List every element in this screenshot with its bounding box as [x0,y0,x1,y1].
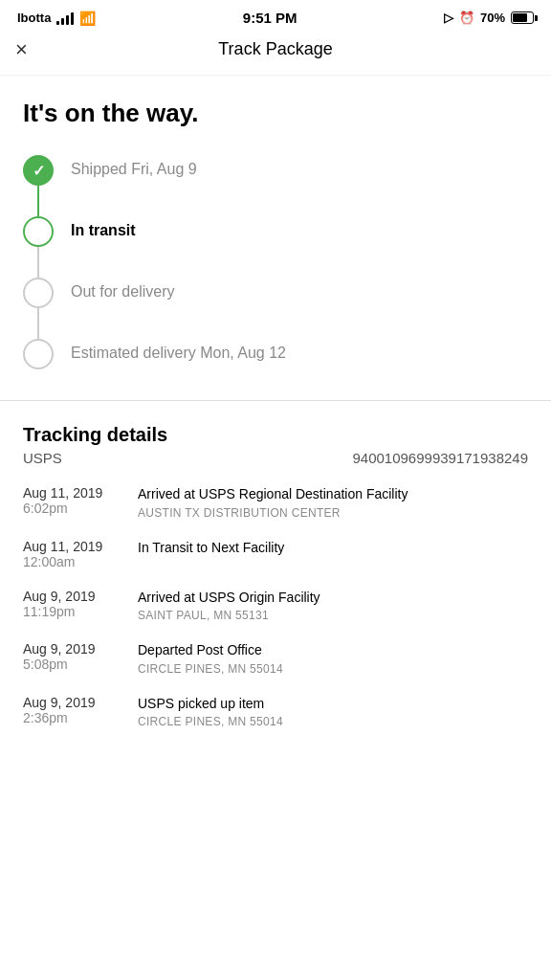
tracking-number: 9400109699939171938249 [352,450,528,466]
alarm-icon: ⏰ [459,11,474,25]
timeline-left-in-transit [23,216,54,278]
section-divider [0,400,551,401]
tracking-carrier-row: USPS 9400109699939171938249 [23,450,528,466]
time-display: 9:51 PM [243,10,298,26]
timeline-line-out-for-delivery [37,308,40,339]
tracking-event: Aug 9, 20192:36pmUSPS picked up itemCIRC… [23,695,528,729]
timeline-left-out-for-delivery [23,278,54,339]
tracking-event: Aug 9, 201911:19pmArrived at USPS Origin… [23,589,528,623]
status-bar: Ibotta 📶 9:51 PM ▷ ⏰ 70% [0,0,551,32]
event-date-col: Aug 9, 201911:19pm [23,589,138,619]
event-location: AUSTIN TX DISTRIBUTION CENTER [138,506,528,520]
hero-headline: It's on the way. [23,99,528,128]
timeline-label-out-for-delivery: Out for delivery [71,278,174,301]
event-date: Aug 11, 2019 [23,485,138,501]
event-date-col: Aug 9, 20195:08pm [23,641,138,672]
event-details-col: Departed Post OfficeCIRCLE PINES, MN 550… [138,641,528,676]
event-location: CIRCLE PINES, MN 55014 [138,715,528,728]
timeline-label-estimated-delivery: Estimated delivery Mon, Aug 12 [71,339,286,362]
event-description: USPS picked up item [138,695,528,714]
event-time: 6:02pm [23,501,138,516]
event-time: 5:08pm [23,657,138,672]
battery-label: 70% [480,11,505,25]
event-description: Departed Post Office [138,641,528,660]
checkmark-icon: ✓ [33,162,45,180]
event-date-col: Aug 11, 201912:00am [23,539,138,569]
timeline-step-estimated-delivery: Estimated delivery Mon, Aug 12 [23,339,528,369]
timeline-circle-estimated-delivery [23,339,54,369]
tracking-section: Tracking details USPS 940010969993917193… [0,424,551,728]
event-time: 2:36pm [23,710,138,725]
main-content: It's on the way. ✓ Shipped Fri, Aug 9 [0,76,551,369]
event-description: Arrived at USPS Origin Facility [138,589,528,608]
tracking-carrier-label: USPS [23,450,62,466]
timeline-circle-in-transit [23,216,54,247]
timeline-left-estimated-delivery [23,339,54,369]
tracking-event: Aug 9, 20195:08pmDeparted Post OfficeCIR… [23,641,528,676]
event-date: Aug 9, 2019 [23,641,138,657]
event-details-col: In Transit to Next Facility [138,539,528,558]
carrier-label: Ibotta [17,11,51,25]
battery-icon [511,11,534,24]
timeline-line-in-transit [37,247,40,278]
tracking-section-title: Tracking details [23,424,528,446]
close-button[interactable]: × [15,39,28,60]
event-details-col: USPS picked up itemCIRCLE PINES, MN 5501… [138,695,528,729]
event-description: Arrived at USPS Regional Destination Fac… [138,485,528,504]
page-title: Track Package [218,39,332,59]
event-date: Aug 9, 2019 [23,589,138,604]
timeline-label-in-transit: In transit [71,216,136,239]
event-details-col: Arrived at USPS Regional Destination Fac… [138,485,528,520]
event-time: 11:19pm [23,604,138,619]
timeline-step-shipped: ✓ Shipped Fri, Aug 9 [23,155,528,216]
timeline: ✓ Shipped Fri, Aug 9 In transit [23,155,528,369]
status-left: Ibotta 📶 [17,11,96,26]
wifi-icon: 📶 [79,11,96,26]
event-location: CIRCLE PINES, MN 55014 [138,662,528,676]
event-date: Aug 9, 2019 [23,695,138,710]
location-icon: ▷ [444,11,453,25]
timeline-label-shipped: Shipped Fri, Aug 9 [71,155,197,178]
event-description: In Transit to Next Facility [138,539,528,558]
tracking-events: Aug 11, 20196:02pmArrived at USPS Region… [23,485,528,728]
event-date-col: Aug 9, 20192:36pm [23,695,138,725]
event-time: 12:00am [23,554,138,569]
event-details-col: Arrived at USPS Origin FacilitySAINT PAU… [138,589,528,623]
tracking-event: Aug 11, 20196:02pmArrived at USPS Region… [23,485,528,520]
tracking-event: Aug 11, 201912:00amIn Transit to Next Fa… [23,539,528,569]
event-date-col: Aug 11, 20196:02pm [23,485,138,516]
timeline-circle-out-for-delivery [23,278,54,308]
timeline-circle-shipped: ✓ [23,155,54,186]
timeline-left-shipped: ✓ [23,155,54,216]
event-date: Aug 11, 2019 [23,539,138,554]
status-right: ▷ ⏰ 70% [444,11,534,25]
timeline-step-out-for-delivery: Out for delivery [23,278,528,339]
timeline-line-shipped [37,186,40,216]
event-location: SAINT PAUL, MN 55131 [138,609,528,622]
signal-icon [56,11,74,25]
nav-bar: × Track Package [0,32,551,76]
timeline-step-in-transit: In transit [23,216,528,278]
